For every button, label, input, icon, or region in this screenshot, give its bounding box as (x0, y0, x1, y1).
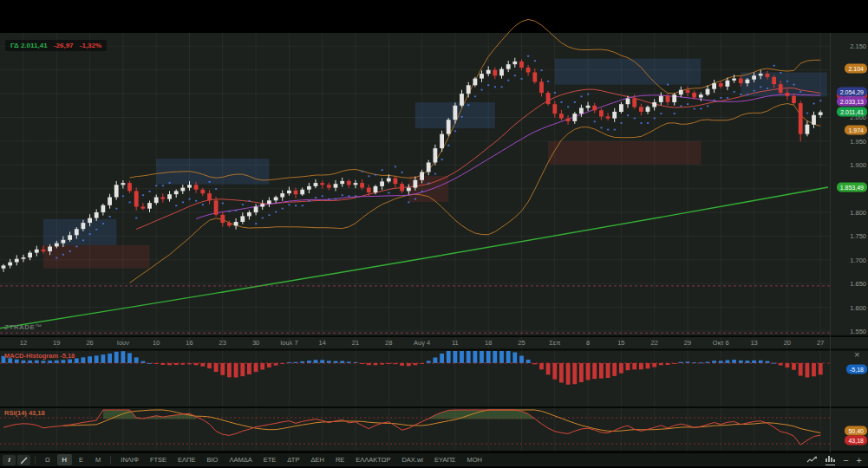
timeframe-tab-Η[interactable]: Η (57, 454, 72, 465)
price-tick: 2.150 (850, 42, 866, 50)
ticker-tab-ΜΟΗ[interactable]: ΜΟΗ (462, 454, 488, 465)
rsi-title: RSI(14) (4, 409, 27, 417)
symbol-name: ΓΔ (10, 42, 19, 49)
price-change: -26,97 (54, 42, 74, 49)
time-label: 15 (617, 339, 624, 347)
alert-lines[interactable] (0, 286, 830, 333)
rsi-value-badge: 43,18 (845, 435, 867, 445)
time-label: Αυγ 4 (414, 339, 430, 347)
timeframe-tab-Ε[interactable]: Ε (74, 454, 88, 465)
bb-upper-badge: 2.104 (845, 63, 867, 73)
ma-slow-line (196, 94, 820, 219)
timeframe-group: ΩΗΕΜ (40, 454, 106, 465)
chart-canvas[interactable] (0, 0, 868, 468)
chart-style-icon[interactable] (806, 455, 818, 465)
ticker-tab-ΒΙΟ[interactable]: ΒΙΟ (201, 454, 223, 465)
time-label: 14 (319, 339, 326, 347)
time-label: 29 (684, 339, 691, 347)
time-label: Σεπ (549, 339, 560, 347)
price-tick: 1.800 (850, 209, 866, 217)
rsi-level-lines (0, 418, 830, 444)
time-label: 16 (186, 339, 193, 347)
toolbar-right-group: − + (806, 455, 865, 465)
bb-lower-badge: 1.974 (845, 125, 867, 134)
price-tick: 1.700 (850, 256, 866, 263)
close-icon[interactable]: × (854, 350, 859, 360)
ma-slow-badge: 2.033,13 (837, 97, 867, 107)
sma200-badge: 1.853,49 (837, 182, 867, 192)
time-label: 28 (385, 339, 392, 347)
time-label: 13 (750, 339, 757, 347)
bollinger-bands (130, 19, 821, 283)
price-tick: 1.900 (850, 161, 866, 169)
toolbar-separator (110, 456, 111, 465)
ticker-tab-ΛΑΜΔΑ[interactable]: ΛΑΜΔΑ (224, 454, 257, 465)
sar-dots (55, 55, 821, 259)
sar-badge: 2.054,29 (837, 87, 867, 96)
ticker-tab-DAX.wi[interactable]: DAX.wi (396, 454, 428, 465)
time-label: 27 (817, 339, 824, 347)
last-price: 2.011,41 (21, 42, 48, 49)
ticker-tab-ΕΤΕ[interactable]: ΕΤΕ (258, 454, 282, 465)
price-tick: 1.950 (850, 137, 866, 145)
time-label: 26 (86, 339, 93, 347)
toolbar-separator (35, 456, 36, 465)
time-label: 18 (485, 339, 492, 347)
ticker-tab-FTSE[interactable]: FTSE (145, 454, 172, 465)
time-label: 11 (452, 339, 459, 347)
trading-app-window: ΓΔ 2.011,41 -26,97 -1,32% ZTRADE™ MACD-H… (0, 0, 868, 468)
rsi-legend[interactable]: RSI(14) 43,18 (4, 409, 45, 417)
ticker-tab-RE[interactable]: RE (330, 454, 349, 465)
time-label: 8 (586, 339, 590, 347)
macd-value-badge: -5,18 (846, 364, 867, 374)
bottom-toolbar: i ΩΗΕΜ ΙΝΛΙΦFTSEΕΛΠΕΒΙΟΛΑΜΔΑΕΤΕΔΤΡΔΕΗREΕ… (0, 452, 868, 466)
price-axis[interactable]: 2.1502.1002.0502.0001.9501.9001.8501.800… (830, 33, 868, 452)
time-label: Ιουλ 7 (280, 339, 297, 347)
macd-histogram[interactable] (2, 351, 823, 385)
rsi-value: 43,18 (29, 409, 45, 417)
time-label: 25 (518, 339, 525, 347)
price-tick: 1.750 (850, 232, 866, 240)
macd-value: -5,18 (60, 352, 75, 360)
ticker-tab-ΔΕΗ[interactable]: ΔΕΗ (305, 454, 329, 465)
time-label: 23 (219, 339, 226, 347)
price-tick: 1.650 (850, 280, 866, 288)
last-price-badge: 2.011,41 (837, 107, 867, 117)
time-label: 30 (252, 339, 259, 347)
zoom-out-button[interactable]: − (843, 456, 848, 465)
time-label: 10 (153, 339, 160, 347)
price-tick: 1.600 (850, 303, 866, 311)
draw-pencil-icon[interactable] (17, 455, 30, 465)
zoom-in-button[interactable]: + (857, 456, 862, 465)
time-label: Οκτ 6 (713, 339, 729, 347)
price-tick: 1.550 (850, 327, 866, 335)
time-label: 20 (784, 339, 791, 347)
time-label: Ιουν (117, 339, 129, 347)
macd-title: MACD-Histogram (4, 352, 58, 360)
rsi-value-badge: 50,40 (845, 426, 867, 435)
timeframe-tab-Μ[interactable]: Μ (90, 454, 106, 465)
ticker-group: ΙΝΛΙΦFTSEΕΛΠΕΒΙΟΛΑΜΔΑΕΤΕΔΤΡΔΕΗREΕΛΛΑΚΤΩΡ… (115, 454, 487, 465)
time-label: 22 (651, 339, 658, 347)
macd-legend[interactable]: MACD-Histogram -5,18 (4, 352, 75, 360)
symbol-legend[interactable]: ΓΔ 2.011,41 -26,97 -1,32% (5, 40, 107, 51)
ticker-tab-ΔΤΡ[interactable]: ΔΤΡ (282, 454, 304, 465)
grid-layer (0, 33, 830, 452)
ticker-tab-ΙΝΛΙΦ[interactable]: ΙΝΛΙΦ (115, 454, 144, 465)
timeframe-tab-Ω[interactable]: Ω (40, 454, 55, 465)
broker-watermark: ZTRADE™ (4, 323, 42, 331)
ticker-tab-ΕΥΑΠΣ[interactable]: ΕΥΑΠΣ (429, 454, 461, 465)
time-label: 19 (53, 339, 60, 347)
time-label: 21 (352, 339, 359, 347)
ticker-tab-ΕΛΠΕ[interactable]: ΕΛΠΕ (173, 454, 200, 465)
price-change-pct: -1,32% (80, 42, 101, 49)
histogram-icon[interactable] (826, 455, 835, 465)
time-label: 12 (20, 339, 27, 347)
info-icon[interactable]: i (3, 455, 16, 465)
ticker-tab-ΕΛΛΑΚΤΩΡ[interactable]: ΕΛΛΑΚΤΩΡ (350, 454, 395, 465)
